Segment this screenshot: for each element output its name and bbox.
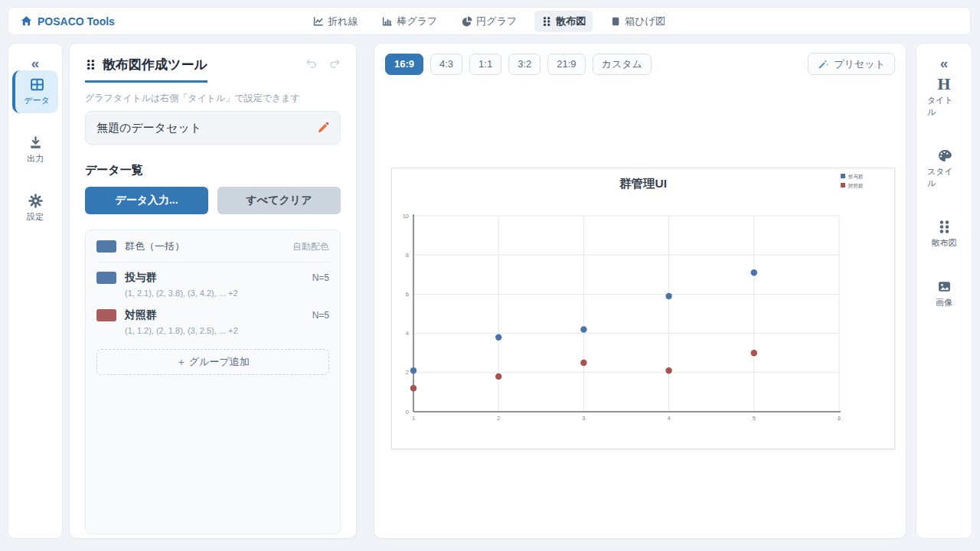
ratio-chip-custom[interactable]: カスタム [593,54,652,75]
group-data-preview: (1, 1.2), (2, 1.8), (3, 2.5), ... +2 [125,326,329,335]
nav-box-plot[interactable]: 箱ひげ図 [603,11,672,32]
data-list-heading: データ一覧 [85,163,341,178]
dataset-name-value: 無題のデータセット [96,121,201,135]
divider [96,262,329,262]
group-count-badge: N=5 [312,272,329,283]
scatter-icon [937,220,952,234]
line-chart-icon [313,16,324,27]
ratio-chip-16-9[interactable]: 16:9 [385,54,423,75]
dataset-name-field[interactable]: 無題のデータセット [85,111,341,145]
nav-bar-chart[interactable]: 棒グラフ [375,11,444,32]
group-data-preview: (1, 2.1), (2, 3.8), (3, 4.2), ... +2 [125,289,329,298]
rail-item-output[interactable]: 出力 [14,129,57,171]
aspect-ratio-toolbar: 16:9 4:3 1:1 3:2 21:9 カスタム プリセット [374,44,906,75]
brand-label: POSACO Tools [38,15,115,28]
svg-text:1: 1 [412,415,415,422]
home-icon [21,15,32,27]
rail-item-label: タイトル [927,95,961,118]
redo-icon[interactable] [328,59,341,69]
svg-text:群管理UI: 群管理UI [619,177,667,190]
rail-item-title[interactable]: H タイトル [923,70,965,125]
rail-item-label: 出力 [27,153,44,165]
add-group-button[interactable]: ＋ グループ追加 [96,349,329,375]
scatter-chart: 0246810123456群管理UI投与群対照群 [392,168,894,448]
history-controls [305,59,341,69]
scatter-icon [85,59,96,70]
svg-text:4: 4 [668,415,671,422]
rail-item-data[interactable]: データ [12,70,58,113]
magic-wand-icon [818,59,828,70]
group-name: 投与群 [125,271,157,285]
data-grid-icon [30,77,44,92]
ratio-chip-21-9[interactable]: 21:9 [547,54,585,75]
left-rail: « データ 出力 設定 [8,43,63,539]
rail-item-scatter[interactable]: 散布図 [923,213,965,256]
nav-label: 棒グラフ [397,15,437,28]
scatter-icon [541,16,552,27]
svg-text:6: 6 [838,415,841,422]
nav-label: 折れ線 [328,15,358,28]
nav-scatter[interactable]: 散布図 [534,11,593,32]
right-rail: « H タイトル スタイル 散布図 画像 [916,43,972,539]
ratio-chip-3-2[interactable]: 3:2 [508,54,541,75]
bar-chart-icon [382,16,393,27]
ratio-chip-4-3[interactable]: 4:3 [430,54,462,75]
rail-item-label: 散布図 [932,237,957,249]
svg-text:投与群: 投与群 [848,174,864,180]
data-input-button[interactable]: データ入力... [85,187,208,214]
rail-item-label: 画像 [936,297,952,308]
preset-button[interactable]: プリセット [808,53,895,75]
palette-icon [937,148,952,163]
bulk-color-row: 群色（一括） 自動配色 [96,240,329,253]
group-color-swatch[interactable] [96,309,116,321]
nav-pie-chart[interactable]: 円グラフ [455,11,524,32]
bulk-color-swatch[interactable] [96,240,116,253]
title-hint-text: グラフタイトルは右側「タイトル」で設定できます [85,92,341,105]
box-plot-icon [610,16,621,27]
rail-item-image[interactable]: 画像 [923,272,965,315]
ratio-chip-1-1[interactable]: 1:1 [469,54,501,75]
svg-text:2: 2 [406,369,409,376]
gear-icon [28,194,43,208]
bulk-color-label: 群色（一括） [125,240,185,253]
panel-title-text: 散布図作成ツール [103,56,207,73]
image-icon [937,279,952,294]
group-count-badge: N=5 [312,310,329,321]
auto-color-link[interactable]: 自動配色 [292,240,329,253]
canvas-panel: 16:9 4:3 1:1 3:2 21:9 カスタム プリセット 0246810… [374,43,906,539]
group-name: 対照群 [125,308,157,322]
rail-item-label: 設定 [27,211,44,223]
panel-title: 散布図作成ツール [85,56,207,83]
rail-item-style[interactable]: スタイル [923,142,965,196]
title-h-icon: H [937,77,951,92]
undo-icon[interactable] [305,59,318,69]
preset-button-label: プリセット [834,57,885,71]
brand-link[interactable]: POSACO Tools [21,15,115,28]
collapse-left-rail-icon[interactable]: « [31,56,40,70]
svg-text:5: 5 [753,415,756,422]
data-panel: 散布図作成ツール グラフタイトルは右側「タイトル」で設定できます 無題のデータセ… [69,43,357,539]
group-list: 群色（一括） 自動配色 投与群 N=5 (1, 2.1), (2, 3.8), … [85,230,341,534]
group-row[interactable]: 投与群 N=5 [96,271,329,285]
chart-type-nav: 折れ線 棒グラフ 円グラフ 散布図 箱ひげ図 [306,11,672,32]
rail-item-settings[interactable]: 設定 [14,187,57,230]
nav-label: 箱ひげ図 [625,15,665,28]
rail-item-label: スタイル [927,166,961,189]
nav-label: 散布図 [556,15,586,28]
svg-text:4: 4 [406,330,409,337]
svg-text:8: 8 [406,252,409,259]
collapse-right-rail-icon[interactable]: « [940,56,949,70]
clear-all-button[interactable]: すべてクリア [217,187,341,214]
svg-text:対照群: 対照群 [848,183,864,189]
svg-text:0: 0 [406,409,409,416]
edit-pencil-icon[interactable] [317,122,329,134]
nav-label: 円グラフ [476,15,517,28]
group-color-swatch[interactable] [96,272,116,284]
svg-text:3: 3 [582,415,585,422]
chart-preview-card: 0246810123456群管理UI投与群対照群 [391,168,895,449]
download-icon [28,135,43,150]
svg-text:2: 2 [497,415,500,422]
group-row[interactable]: 対照群 N=5 [96,308,329,322]
nav-line-chart[interactable]: 折れ線 [306,11,364,32]
top-navbar: POSACO Tools 折れ線 棒グラフ 円グラフ 散布図 箱ひげ図 [8,7,971,35]
